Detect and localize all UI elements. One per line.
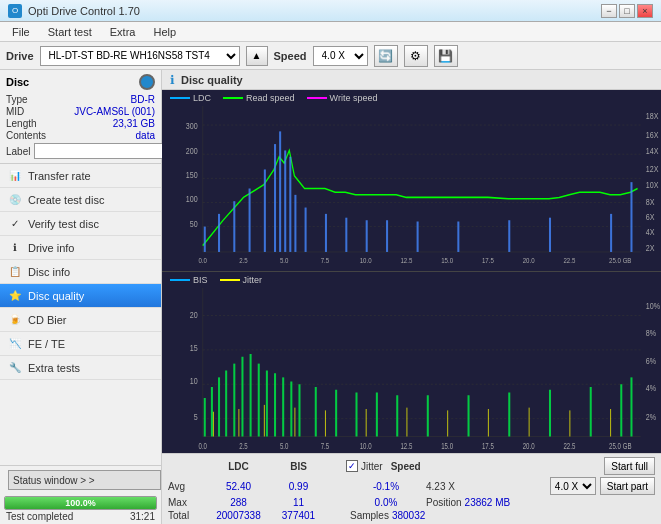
svg-text:10: 10 [190, 375, 198, 386]
read-speed-legend-color [223, 97, 243, 99]
svg-rect-116 [569, 410, 570, 436]
chart2-area: 20 15 10 5 10% 8% 6% 4% 2% 0.0 2.5 5.0 [162, 288, 661, 453]
status-window-button[interactable]: Status window > > [8, 470, 161, 490]
jitter-legend-label: Jitter [243, 275, 263, 285]
svg-rect-117 [610, 409, 611, 437]
sidebar-item-extra-tests[interactable]: 🔧 Extra tests [0, 356, 161, 380]
svg-rect-97 [376, 393, 378, 437]
svg-rect-103 [590, 387, 592, 437]
speed-label: Speed [274, 50, 307, 62]
svg-text:0.0: 0.0 [198, 441, 206, 451]
sidebar-item-create-test-disc[interactable]: 💿 Create test disc [0, 188, 161, 212]
svg-rect-49 [457, 222, 459, 252]
svg-text:2%: 2% [646, 411, 657, 422]
svg-text:200: 200 [186, 147, 198, 157]
disc-label-input[interactable] [34, 143, 167, 159]
sidebar-item-fe-te[interactable]: 📉 FE / TE [0, 332, 161, 356]
maximize-button[interactable]: □ [619, 4, 635, 18]
svg-rect-114 [488, 409, 489, 437]
jitter-checkbox[interactable]: ✓ [346, 460, 358, 472]
sidebar-item-disc-quality[interactable]: ⭐ Disc quality [0, 284, 161, 308]
menu-extra[interactable]: Extra [102, 25, 144, 39]
svg-rect-41 [289, 157, 291, 252]
sidebar-item-transfer-rate-label: Transfer rate [28, 170, 91, 182]
position-value: 23862 MB [465, 497, 511, 508]
svg-rect-107 [238, 409, 239, 437]
svg-rect-110 [325, 410, 326, 436]
samples-value: 380032 [392, 510, 425, 521]
chart-header: ℹ Disc quality [162, 70, 661, 90]
disc-mid-label: MID [6, 106, 24, 117]
svg-rect-92 [290, 382, 292, 437]
svg-rect-108 [264, 405, 265, 437]
read-speed-legend-label: Read speed [246, 93, 295, 103]
max-jitter: 0.0% [346, 497, 426, 508]
refresh-button[interactable]: 🔄 [374, 45, 398, 67]
sidebar-item-disc-info[interactable]: 📋 Disc info [0, 260, 161, 284]
sidebar-item-disc-info-label: Disc info [28, 266, 70, 278]
menu-help[interactable]: Help [145, 25, 184, 39]
menu-start-test[interactable]: Start test [40, 25, 100, 39]
start-full-button[interactable]: Start full [604, 457, 655, 475]
speed-dropdown[interactable]: 4.0 X [550, 477, 596, 495]
svg-rect-34 [218, 214, 220, 252]
svg-rect-54 [162, 288, 661, 453]
svg-rect-91 [282, 377, 284, 436]
sidebar-item-verify-test-disc-label: Verify test disc [28, 218, 99, 230]
disc-info-icon: 📋 [8, 265, 22, 279]
progress-text: 100.0% [65, 498, 96, 508]
svg-text:5: 5 [194, 411, 198, 422]
disc-panel: Disc Type BD-R MID JVC-AMS6L (001) Lengt… [0, 70, 161, 164]
sidebar-item-transfer-rate[interactable]: 📊 Transfer rate [0, 164, 161, 188]
svg-rect-40 [284, 150, 286, 252]
svg-rect-85 [233, 364, 235, 437]
ldc-header: LDC [206, 461, 271, 472]
sidebar: Disc Type BD-R MID JVC-AMS6L (001) Lengt… [0, 70, 162, 524]
svg-rect-95 [335, 390, 337, 437]
start-part-button[interactable]: Start part [600, 477, 655, 495]
sidebar-item-verify-test-disc[interactable]: ✓ Verify test disc [0, 212, 161, 236]
svg-rect-86 [241, 357, 243, 437]
svg-rect-98 [396, 395, 398, 436]
settings-button[interactable]: ⚙ [404, 45, 428, 67]
svg-rect-111 [366, 409, 367, 437]
svg-rect-48 [417, 222, 419, 252]
svg-rect-81 [204, 398, 206, 437]
extra-tests-icon: 🔧 [8, 361, 22, 375]
drive-select[interactable]: HL-DT-ST BD-RE WH16NS58 TST4 [40, 46, 240, 66]
cd-bier-icon: 🍺 [8, 313, 22, 327]
sidebar-item-disc-quality-label: Disc quality [28, 290, 84, 302]
total-bis: 377401 [271, 510, 326, 521]
chart2-legend: BIS Jitter [162, 272, 661, 288]
svg-rect-113 [447, 410, 448, 436]
chart-title: Disc quality [181, 74, 243, 86]
speed-select[interactable]: 4.0 X 2.0 X 8.0 X [313, 46, 368, 66]
close-button[interactable]: × [637, 4, 653, 18]
disc-icon [139, 74, 155, 90]
max-label: Max [168, 497, 206, 508]
minimize-button[interactable]: − [601, 4, 617, 18]
disc-length-label: Length [6, 118, 37, 129]
menu-file[interactable]: File [4, 25, 38, 39]
menu-bar: File Start test Extra Help [0, 22, 661, 42]
svg-text:22.5: 22.5 [563, 441, 575, 451]
sidebar-item-drive-info[interactable]: ℹ Drive info [0, 236, 161, 260]
svg-rect-109 [294, 408, 295, 437]
eject-button[interactable]: ▲ [246, 46, 268, 66]
avg-jitter: -0.1% [346, 481, 426, 492]
svg-rect-104 [620, 384, 622, 436]
svg-rect-36 [249, 189, 251, 252]
sidebar-item-cd-bier[interactable]: 🍺 CD Bier [0, 308, 161, 332]
svg-text:10.0: 10.0 [360, 257, 372, 265]
svg-rect-53 [630, 182, 632, 252]
status-window-label: Status window > > [13, 475, 95, 486]
sidebar-item-fe-te-label: FE / TE [28, 338, 65, 350]
title-bar: O Opti Drive Control 1.70 − □ × [0, 0, 661, 22]
svg-rect-0 [162, 106, 661, 271]
bis-header: BIS [271, 461, 326, 472]
svg-rect-51 [549, 218, 551, 252]
svg-text:0.0: 0.0 [198, 257, 207, 265]
svg-text:8%: 8% [646, 327, 657, 338]
svg-rect-83 [218, 377, 220, 436]
save-button[interactable]: 💾 [434, 45, 458, 67]
